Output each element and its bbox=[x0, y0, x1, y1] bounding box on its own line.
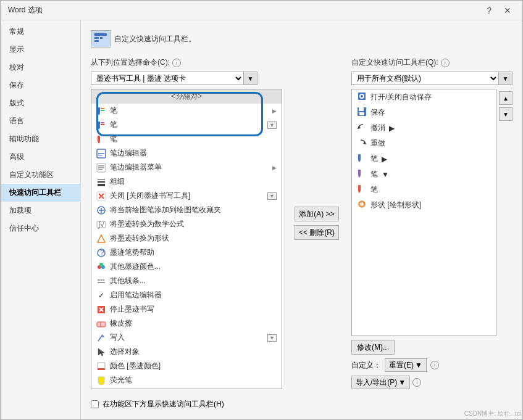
enable-editor-label: 启用笔边编辑器 bbox=[110, 290, 162, 300]
eraser-icon bbox=[96, 319, 106, 329]
eraser-label: 橡皮擦 bbox=[110, 318, 132, 329]
list-item-stop-ink[interactable]: 停止墨迹书写 bbox=[91, 302, 282, 316]
close-button[interactable]: ✕ bbox=[500, 4, 515, 17]
more-colors-icon bbox=[96, 262, 106, 272]
right-shape-icon bbox=[357, 199, 367, 211]
sidebar-item-trust-center[interactable]: 信任中心 bbox=[1, 220, 80, 237]
export-button[interactable]: 导入/导出(P) ▼ bbox=[351, 376, 410, 389]
show-below-checkbox[interactable] bbox=[91, 400, 99, 408]
ink-color-icon bbox=[96, 361, 106, 371]
list-item-close-ink[interactable]: 关闭 [关闭墨迹书写工具] ▼ bbox=[91, 189, 282, 203]
right-item-pen1[interactable]: 笔 ▶ bbox=[352, 151, 496, 167]
list-item-pen2[interactable]: 笔 ▼ bbox=[91, 118, 282, 132]
list-item-ink-math[interactable]: ∫√ 将墨迹转换为数学公式 bbox=[91, 217, 282, 231]
list-item-thickness[interactable]: 粗细 bbox=[91, 175, 282, 189]
remove-button[interactable]: << 删除(R) bbox=[295, 225, 339, 240]
svg-rect-48 bbox=[98, 363, 105, 369]
right-pen2-icon bbox=[357, 168, 367, 180]
sidebar-item-display[interactable]: 显示 bbox=[1, 41, 80, 59]
sidebar-item-layout[interactable]: 版式 bbox=[1, 94, 80, 112]
right-item-save[interactable]: 保存 bbox=[352, 105, 496, 120]
title-bar: Word 选项 ? ✕ bbox=[1, 1, 522, 20]
list-item-gesture-help[interactable]: ? 墨迹笔势帮助 bbox=[91, 245, 282, 260]
highlighter-label: 荧光笔 bbox=[110, 375, 132, 385]
more-strokes-label: 其他线条... bbox=[110, 276, 146, 286]
left-dropdown-select[interactable]: 墨迹书写工具 | 墨迹 选项卡 bbox=[91, 72, 243, 84]
reset-info-icon[interactable]: i bbox=[430, 361, 439, 369]
left-list-box[interactable]: <分隔符> 笔 ▶ bbox=[91, 89, 282, 389]
save-icon bbox=[357, 107, 367, 118]
list-item-more-colors[interactable]: 其他墨迹颜色... bbox=[91, 260, 282, 274]
list-item-add-pen[interactable]: 将当前绘图笔添加到绘图笔收藏夹 bbox=[91, 203, 282, 217]
list-item-ink-editor[interactable]: 笔边编辑器 bbox=[91, 146, 282, 160]
svg-marker-58 bbox=[358, 126, 361, 129]
sidebar-item-quick-access[interactable]: 快速访问工具栏 bbox=[1, 184, 80, 202]
custom-label: 自定义： bbox=[351, 360, 381, 371]
export-info-icon[interactable]: i bbox=[412, 378, 421, 387]
add-pen-icon bbox=[96, 205, 106, 215]
list-item-pen1[interactable]: 笔 ▶ bbox=[91, 104, 282, 118]
right-dropdown-select[interactable]: 用于所有文档(默认) bbox=[352, 72, 498, 84]
left-dropdown-arrow[interactable]: ▼ bbox=[243, 72, 257, 84]
right-item-undo[interactable]: 撤消 ▶ bbox=[352, 120, 496, 136]
list-item-ink-color[interactable]: 颜色 [墨迹颜色] bbox=[91, 359, 282, 373]
left-dropdown[interactable]: 墨迹书写工具 | 墨迹 选项卡 ▼ bbox=[91, 72, 257, 85]
right-item-pen3[interactable]: 笔 bbox=[352, 182, 496, 197]
section-title-text: 自定义快速访问工具栏。 bbox=[114, 34, 196, 44]
right-info-icon[interactable]: i bbox=[441, 59, 450, 67]
sidebar-item-proofing[interactable]: 校对 bbox=[1, 59, 80, 76]
list-item-write[interactable]: 写入 ▼ bbox=[91, 331, 282, 345]
move-down-button[interactable]: ▼ bbox=[499, 107, 513, 121]
right-list-box[interactable]: 打开/关闭自动保存 保存 bbox=[351, 89, 496, 336]
middle-buttons: 添加(A) >> << 删除(R) bbox=[292, 57, 341, 389]
list-item-enable-editor[interactable]: ✓ 启用笔边编辑器 bbox=[91, 288, 282, 302]
autosave-icon bbox=[357, 91, 367, 103]
show-below-label[interactable]: 在功能区下方显示快速访问工具栏(H) bbox=[103, 399, 224, 410]
close-ink-dropdown: ▼ bbox=[267, 192, 277, 200]
sidebar-item-save[interactable]: 保存 bbox=[1, 76, 80, 94]
more-strokes-icon bbox=[96, 276, 106, 286]
svg-rect-11 bbox=[101, 124, 104, 125]
list-item-select-obj[interactable]: 选择对象 bbox=[91, 345, 282, 359]
right-item-shape[interactable]: 形状 [绘制形状] bbox=[352, 197, 496, 213]
undo-icon bbox=[357, 122, 367, 134]
right-dropdown-arrow[interactable]: ▼ bbox=[498, 72, 512, 84]
left-info-icon[interactable]: i bbox=[172, 59, 181, 67]
help-button[interactable]: ? bbox=[483, 4, 495, 17]
list-item-pen3[interactable]: 笔 bbox=[91, 132, 282, 146]
right-dropdown[interactable]: 用于所有文档(默认) ▼ bbox=[351, 72, 513, 85]
list-item-ink-shape[interactable]: 将墨迹转换为形状 bbox=[91, 231, 282, 245]
sidebar-item-customize-ribbon[interactable]: 自定义功能区 bbox=[1, 166, 80, 184]
stop-ink-icon bbox=[96, 305, 106, 315]
sidebar-item-addins[interactable]: 加载项 bbox=[1, 202, 80, 220]
svg-rect-0 bbox=[94, 33, 107, 36]
right-item-autosave[interactable]: 打开/关闭自动保存 bbox=[352, 89, 496, 105]
sidebar-item-accessibility[interactable]: 辅助功能 bbox=[1, 130, 80, 148]
pen1-arrow: ▶ bbox=[272, 108, 277, 114]
svg-marker-5 bbox=[98, 113, 100, 115]
svg-rect-10 bbox=[101, 122, 104, 123]
move-up-button[interactable]: ▲ bbox=[499, 91, 513, 105]
sidebar: 常规 显示 校对 保存 版式 语言 辅助功能 高级 自定义功能区 快速访问工具栏… bbox=[1, 20, 81, 419]
sidebar-item-advanced[interactable]: 高级 bbox=[1, 148, 80, 166]
svg-marker-51 bbox=[98, 383, 104, 385]
ink-menu-icon bbox=[96, 163, 106, 173]
list-item-highlighter[interactable]: 荧光笔 bbox=[91, 373, 282, 387]
add-button[interactable]: 添加(A) >> bbox=[295, 207, 339, 221]
svg-rect-2 bbox=[94, 40, 99, 42]
modify-button[interactable]: 修改(M)... bbox=[351, 340, 395, 355]
reset-button[interactable]: 重置(E) ▼ bbox=[385, 358, 427, 372]
right-item-redo[interactable]: 重做 bbox=[352, 136, 496, 151]
list-item-convert[interactable]: 转换 ▼ bbox=[91, 387, 282, 389]
right-label-row: 自定义快速访问工具栏(Q): i bbox=[351, 57, 513, 68]
list-item-ink-menu[interactable]: 笔边编辑器菜单 ▶ bbox=[91, 160, 282, 175]
sidebar-item-general[interactable]: 常规 bbox=[1, 23, 80, 41]
list-item-more-strokes[interactable]: 其他线条... bbox=[91, 274, 282, 288]
list-item-eraser[interactable]: 橡皮擦 bbox=[91, 316, 282, 331]
right-shape-label: 形状 [绘制形状] bbox=[370, 200, 421, 210]
right-pen1-icon bbox=[357, 153, 367, 165]
right-item-pen2[interactable]: 笔 ▼ bbox=[352, 167, 496, 182]
sidebar-item-language[interactable]: 语言 bbox=[1, 112, 80, 130]
svg-text:?: ? bbox=[100, 249, 104, 257]
list-item-separator[interactable]: <分隔符> bbox=[91, 89, 282, 104]
